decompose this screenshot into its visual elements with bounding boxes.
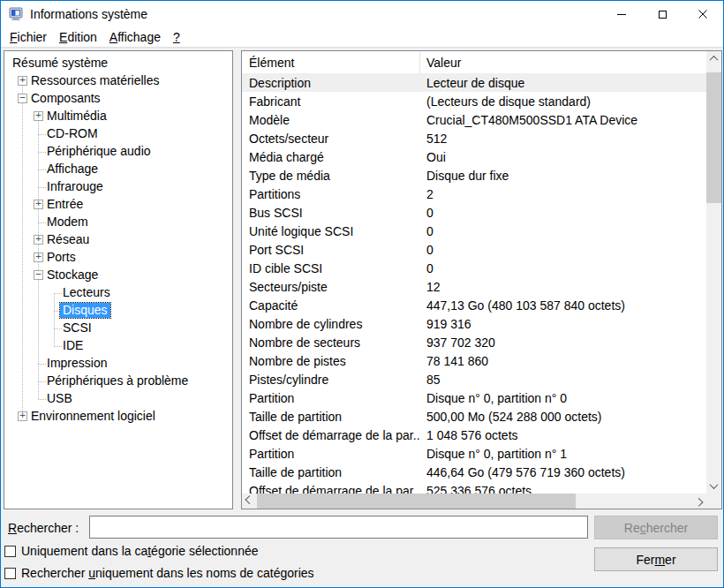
tree-item-entree[interactable]: +Entrée	[4, 196, 232, 214]
table-row[interactable]: Partitions2	[242, 185, 706, 203]
cell-element: Nombre de pistes	[242, 354, 420, 368]
tree-item-label: Ports	[44, 250, 79, 265]
tree-item-label: IDE	[60, 338, 86, 353]
table-row[interactable]: Fabricant(Lecteurs de disque standard)	[242, 92, 706, 110]
table-row[interactable]: Pistes/cylindre85	[242, 370, 706, 388]
table-row[interactable]: ModèleCrucial_CT480M500SSD1 ATA Device	[242, 110, 706, 129]
expand-plus-icon[interactable]: +	[18, 411, 27, 421]
scroll-up-button[interactable]	[706, 51, 721, 66]
table-row[interactable]: Nombre de pistes78 141 860	[242, 351, 706, 370]
tree-item-usb[interactable]: USB	[4, 390, 232, 408]
minimize-button[interactable]	[601, 1, 642, 27]
tree-item-reseau[interactable]: +Réseau	[4, 231, 232, 249]
tree-item-peripherique-audio[interactable]: Périphérique audio	[4, 143, 232, 161]
table-row[interactable]: PartitionDisque n° 0, partition n° 1	[242, 444, 706, 463]
title-bar: Informations système	[1, 1, 723, 27]
table-row[interactable]: ID cible SCSI0	[242, 259, 706, 277]
tree-item-environnement-logiciel[interactable]: +Environnement logiciel	[4, 408, 232, 426]
tree-item-cd-rom[interactable]: CD-ROM	[4, 125, 232, 143]
checkbox-category-names-only[interactable]: Rechercher uniquement dans les noms de c…	[4, 566, 314, 580]
tree-item-scsi[interactable]: SCSI	[4, 320, 232, 337]
tree-item-resume-systeme[interactable]: Résumé système	[4, 55, 232, 72]
expand-plus-icon[interactable]: +	[34, 111, 43, 121]
cell-value: 500,00 Mo (524 288 000 octets)	[420, 410, 601, 424]
tree-item-composants[interactable]: −Composants	[4, 90, 232, 108]
table-row[interactable]: Port SCSI0	[242, 240, 706, 259]
expand-plus-icon[interactable]: +	[34, 235, 43, 245]
cell-value: Disque n° 0, partition n° 1	[420, 447, 567, 461]
tree-item-ports[interactable]: +Ports	[4, 249, 232, 267]
table-row[interactable]: Taille de partition500,00 Mo (524 288 00…	[242, 407, 706, 426]
cell-value: 937 702 320	[420, 335, 495, 350]
search-button[interactable]: Rechercher	[594, 516, 718, 539]
cell-element: Modèle	[242, 113, 420, 127]
vertical-scrollbar-thumb[interactable]	[706, 72, 721, 203]
checkbox-selected-category-only[interactable]: Uniquement dans la catégorie sélectionné…	[4, 544, 259, 558]
menu-affichage[interactable]: Affichage	[103, 28, 167, 46]
table-row[interactable]: Capacité447,13 Go (480 103 587 840 octet…	[242, 296, 706, 314]
horizontal-scrollbar-thumb[interactable]	[257, 494, 576, 509]
table-row[interactable]: Média chargéOui	[242, 147, 706, 166]
search-label: Rechercher :	[8, 521, 79, 535]
tree-item-modem[interactable]: Modem	[4, 214, 232, 231]
column-header-element[interactable]: Élément	[242, 51, 420, 73]
tree-item-infrarouge[interactable]: Infrarouge	[4, 178, 232, 196]
close-button[interactable]	[683, 1, 723, 27]
table-row[interactable]: Offset de démarrage de la par...1 048 57…	[242, 426, 706, 444]
tree-item-impression[interactable]: Impression	[4, 355, 232, 373]
tree-item-label: Affichage	[44, 162, 101, 177]
table-row[interactable]: Nombre de secteurs937 702 320	[242, 333, 706, 351]
cell-value: Disque n° 0, partition n° 0	[420, 391, 567, 405]
table-row[interactable]: Nombre de cylindres919 316	[242, 314, 706, 333]
collapse-minus-icon[interactable]: −	[18, 94, 27, 103]
checkbox-label: Uniquement dans la catégorie sélectionné…	[21, 544, 259, 558]
tree-item-multimedia[interactable]: +Multimédia	[4, 108, 232, 125]
tree-item-label: Réseau	[44, 232, 92, 247]
table-row[interactable]: DescriptionLecteur de disque	[242, 73, 706, 92]
tree-item-label: Multimédia	[44, 109, 109, 124]
cell-value: (Lecteurs de disque standard)	[420, 94, 591, 109]
tree-item-ide[interactable]: IDE	[4, 337, 232, 355]
tree-item-affichage[interactable]: Affichage	[4, 161, 232, 178]
cell-element: Bus SCSI	[242, 206, 420, 220]
table-row[interactable]: PartitionDisque n° 0, partition n° 0	[242, 388, 706, 407]
table-row[interactable]: Unité logique SCSI0	[242, 222, 706, 240]
tree-item-disques[interactable]: Disques	[4, 302, 232, 320]
table-row[interactable]: Offset de démarrage de la par...525 336 …	[242, 481, 706, 494]
expand-plus-icon[interactable]: +	[34, 253, 43, 262]
details-rows: DescriptionLecteur de disqueFabricant(Le…	[242, 73, 706, 494]
horizontal-scrollbar[interactable]	[242, 494, 706, 509]
table-row[interactable]: Octets/secteur512	[242, 129, 706, 147]
tree-item-lecteurs[interactable]: Lecteurs	[4, 284, 232, 302]
scroll-down-button[interactable]	[706, 479, 721, 494]
table-row[interactable]: Bus SCSI0	[242, 203, 706, 222]
cell-value: 12	[420, 280, 441, 294]
menu-help[interactable]: ?	[167, 28, 186, 46]
cell-element: Secteurs/piste	[242, 280, 420, 294]
tree-item-label: Périphérique audio	[44, 144, 154, 159]
expand-plus-icon[interactable]: +	[34, 200, 43, 209]
vertical-scrollbar[interactable]	[706, 51, 721, 494]
cell-value: Lecteur de disque	[420, 76, 524, 90]
menu-fichier[interactable]: Fichier	[4, 28, 53, 46]
scroll-right-button[interactable]	[691, 494, 706, 509]
table-row[interactable]: Secteurs/piste12	[242, 277, 706, 296]
table-row[interactable]: Type de médiaDisque dur fixe	[242, 166, 706, 185]
cell-value: 0	[420, 206, 434, 220]
cell-element: Capacité	[242, 298, 420, 313]
maximize-button[interactable]	[642, 1, 683, 27]
scroll-left-button[interactable]	[242, 494, 257, 509]
close-dialog-button[interactable]: Fermer	[594, 547, 718, 571]
cell-element: Taille de partition	[242, 410, 420, 424]
system-information-window: Informations système Fichier Edition Aff…	[0, 0, 724, 588]
table-row[interactable]: Taille de partition446,64 Go (479 576 71…	[242, 463, 706, 481]
tree-item-stockage[interactable]: −Stockage	[4, 267, 232, 284]
column-header-valeur[interactable]: Valeur	[420, 51, 461, 73]
expand-plus-icon[interactable]: +	[18, 76, 27, 86]
collapse-minus-icon[interactable]: −	[34, 270, 43, 280]
tree-item-label: Modem	[44, 215, 91, 230]
menu-edition[interactable]: Edition	[53, 28, 103, 46]
tree-item-peripheriques-a-probleme[interactable]: Périphériques à problème	[4, 373, 232, 390]
search-input[interactable]	[89, 516, 588, 539]
tree-item-ressources-materielles[interactable]: +Ressources matérielles	[4, 72, 232, 90]
